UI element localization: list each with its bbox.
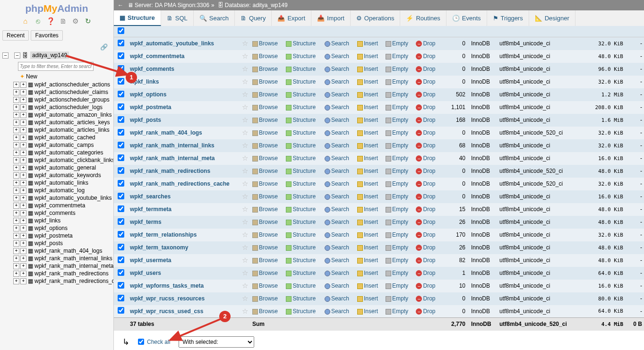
table-row[interactable]: wpkf_automatic_youtube_links☆BrowseStruc… (114, 37, 644, 50)
home-icon[interactable]: ⌂ (21, 17, 30, 26)
favorite-star[interactable]: ☆ (239, 114, 250, 127)
row-checkbox[interactable] (118, 231, 124, 238)
table-row[interactable]: wpkf_rank_math_internal_meta☆BrowseStruc… (114, 152, 644, 165)
tree-item[interactable]: ++▦wpkf_actionscheduler_claims (13, 88, 113, 96)
drop-action[interactable]: –Drop (414, 152, 441, 165)
insert-action[interactable]: Insert (355, 37, 384, 50)
tree-item[interactable]: ++▦wpkf_actionscheduler_actions (13, 81, 113, 88)
structure-action[interactable]: Structure (284, 190, 322, 203)
reload-icon[interactable]: ↻ (84, 17, 92, 26)
structure-action[interactable]: Structure (284, 76, 322, 88)
structure-action[interactable]: Structure (284, 63, 322, 76)
row-checkbox[interactable] (118, 116, 124, 123)
link-icon[interactable]: 🔗 (100, 43, 108, 51)
row-checkbox[interactable] (118, 244, 124, 250)
tree-item[interactable]: ++▦wpkf_automatic_amazon_links (13, 111, 113, 119)
search-action[interactable]: Search (323, 114, 355, 127)
expand-icon[interactable]: + (13, 104, 19, 111)
tree-item[interactable]: ++▦wpkf_options (13, 224, 113, 232)
search-action[interactable]: Search (323, 165, 355, 178)
empty-action[interactable]: Empty (384, 254, 414, 267)
columns-icon[interactable]: + (20, 263, 26, 269)
drop-action[interactable]: –Drop (414, 50, 441, 63)
browse-action[interactable]: Browse (250, 267, 284, 280)
drop-action[interactable]: –Drop (414, 127, 441, 139)
structure-action[interactable]: Structure (284, 267, 322, 280)
table-row[interactable]: wpkf_comments☆BrowseStructureSearchInser… (114, 63, 644, 76)
expand-icon[interactable]: + (13, 112, 19, 118)
favorite-star[interactable]: ☆ (239, 305, 250, 318)
empty-action[interactable]: Empty (384, 216, 414, 229)
columns-icon[interactable]: + (20, 120, 26, 126)
expand-icon[interactable]: + (13, 89, 19, 95)
settings-icon[interactable]: ⚙ (71, 17, 80, 26)
db-value[interactable]: aditya_wp149 (253, 2, 288, 9)
row-checkbox[interactable] (118, 167, 124, 174)
columns-icon[interactable]: + (20, 271, 26, 277)
search-action[interactable]: Search (323, 229, 355, 241)
drop-action[interactable]: –Drop (414, 280, 441, 292)
tree-item[interactable]: ++▦wpkf_rank_math_404_logs (13, 247, 113, 255)
table-row[interactable] (114, 26, 644, 37)
columns-icon[interactable]: + (20, 82, 26, 88)
browse-action[interactable]: Browse (250, 88, 284, 101)
favorite-star[interactable]: ☆ (239, 101, 250, 114)
row-checkbox[interactable] (118, 193, 124, 199)
search-action[interactable]: Search (323, 101, 355, 114)
search-action[interactable]: Search (323, 127, 355, 139)
expand-icon[interactable]: + (13, 188, 19, 194)
collapse-server-icon[interactable]: – (2, 52, 9, 59)
structure-action[interactable]: Structure (284, 229, 322, 241)
structure-action[interactable]: Structure (284, 88, 322, 101)
tree-item[interactable]: ++▦wpkf_rank_math_redirections (13, 270, 113, 277)
drop-action[interactable]: –Drop (414, 254, 441, 267)
table-name-link[interactable]: wpkf_rank_math_404_logs (130, 129, 202, 136)
table-name-link[interactable]: wpkf_wpforms_tasks_meta (130, 282, 204, 289)
structure-action[interactable]: Structure (284, 292, 322, 305)
row-checkbox[interactable] (118, 103, 124, 110)
browse-action[interactable]: Browse (250, 190, 284, 203)
columns-icon[interactable]: + (20, 112, 26, 118)
browse-action[interactable]: Browse (250, 63, 284, 76)
empty-action[interactable]: Empty (384, 178, 414, 190)
empty-action[interactable]: Empty (384, 127, 414, 139)
favorite-star[interactable]: ☆ (239, 152, 250, 165)
columns-icon[interactable]: + (20, 89, 26, 95)
columns-icon[interactable]: + (20, 165, 26, 171)
browse-action[interactable]: Browse (250, 76, 284, 88)
expand-icon[interactable]: + (13, 218, 19, 224)
expand-icon[interactable]: + (13, 240, 19, 247)
recent-button[interactable]: Recent (2, 30, 29, 41)
tab-search[interactable]: 🔍Search (194, 10, 235, 26)
expand-icon[interactable]: + (13, 248, 19, 254)
browse-action[interactable]: Browse (250, 229, 284, 241)
columns-icon[interactable]: + (20, 104, 26, 111)
browse-action[interactable]: Browse (250, 203, 284, 216)
search-action[interactable]: Search (323, 139, 355, 152)
empty-action[interactable]: Empty (384, 139, 414, 152)
search-action[interactable]: Search (323, 178, 355, 190)
search-action[interactable]: Search (323, 63, 355, 76)
row-checkbox[interactable] (118, 295, 124, 301)
favorite-star[interactable]: ☆ (239, 203, 250, 216)
empty-action[interactable]: Empty (384, 76, 414, 88)
structure-action[interactable]: Structure (284, 165, 322, 178)
structure-action[interactable]: Structure (284, 203, 322, 216)
favorite-star[interactable]: ☆ (239, 267, 250, 280)
expand-icon[interactable]: + (13, 172, 19, 179)
drop-action[interactable]: –Drop (414, 267, 441, 280)
favorite-star[interactable]: ☆ (239, 292, 250, 305)
columns-icon[interactable]: + (20, 172, 26, 179)
columns-icon[interactable]: + (20, 233, 26, 239)
favorite-star[interactable]: ☆ (239, 254, 250, 267)
expand-icon[interactable]: + (13, 233, 19, 239)
logo[interactable]: phpMyAdmin (0, 0, 113, 15)
expand-icon[interactable]: + (13, 82, 19, 88)
expand-icon[interactable]: + (13, 263, 19, 269)
empty-action[interactable]: Empty (384, 63, 414, 76)
table-name-link[interactable]: wpkf_term_relationships (130, 231, 197, 238)
columns-icon[interactable]: + (20, 248, 26, 254)
search-action[interactable]: Search (323, 152, 355, 165)
table-row[interactable]: wpkf_termmeta☆BrowseStructureSearchInser… (114, 203, 644, 216)
search-action[interactable]: Search (323, 190, 355, 203)
